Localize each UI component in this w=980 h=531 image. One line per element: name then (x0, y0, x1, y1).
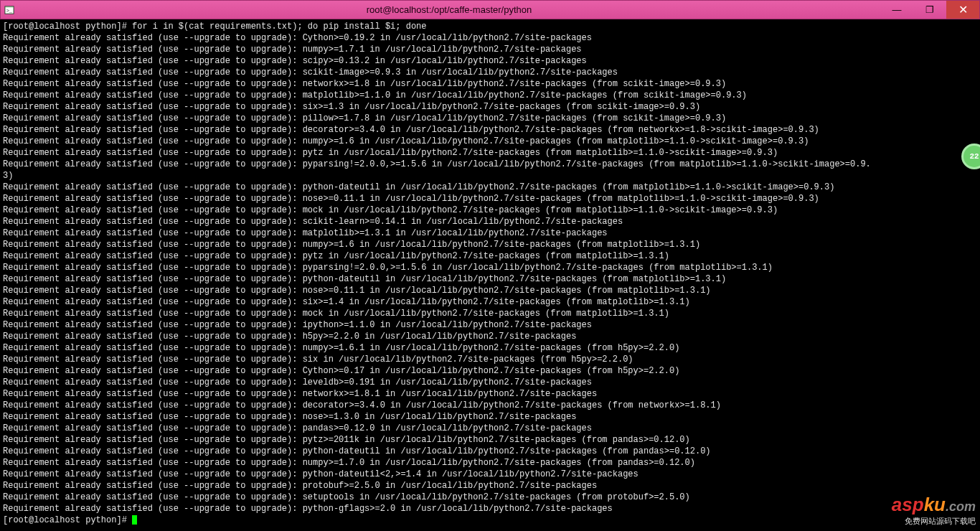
terminal-line: Requirement already satisfied (use --upg… (3, 411, 977, 423)
terminal-line: Requirement already satisfied (use --upg… (3, 147, 977, 159)
terminal-line: Requirement already satisfied (use --upg… (3, 182, 977, 193)
terminal-line: Requirement already satisfied (use --upg… (3, 262, 977, 273)
terminal-line: Requirement already satisfied (use --upg… (3, 296, 977, 308)
watermark: aspku.com 免费网站源码下载吧 (892, 494, 976, 527)
window-buttons: — ❐ ✕ (880, 1, 979, 19)
terminal-line: Requirement already satisfied (use --upg… (3, 159, 977, 170)
terminal-line: Requirement already satisfied (use --upg… (3, 250, 977, 262)
terminal-line: Requirement already satisfied (use --upg… (3, 308, 977, 319)
terminal-line: Requirement already satisfied (use --upg… (3, 124, 977, 136)
minimize-button[interactable]: — (880, 1, 913, 19)
terminal-line: Requirement already satisfied (use --upg… (3, 503, 977, 514)
terminal-line: Requirement already satisfied (use --upg… (3, 434, 977, 446)
terminal-line: Requirement already satisfied (use --upg… (3, 331, 977, 342)
terminal-line: Requirement already satisfied (use --upg… (3, 388, 977, 400)
terminal-line: Requirement already satisfied (use --upg… (3, 354, 977, 365)
window-title: root@localhost:/opt/caffe-master/python (18, 4, 880, 15)
terminal-line: Requirement already satisfied (use --upg… (3, 67, 977, 78)
terminal-line: Requirement already satisfied (use --upg… (3, 239, 977, 250)
close-button[interactable]: ✕ (946, 1, 979, 19)
terminal-line: Requirement already satisfied (use --upg… (3, 205, 977, 216)
terminal-line: Requirement already satisfied (use --upg… (3, 365, 977, 377)
terminal-line: Requirement already satisfied (use --upg… (3, 90, 977, 101)
terminal-line: Requirement already satisfied (use --upg… (3, 319, 977, 331)
terminal-line: Requirement already satisfied (use --upg… (3, 44, 977, 55)
terminal-line: 3) (3, 170, 977, 182)
terminal-prompt[interactable]: [root@localhost python]# (3, 514, 977, 526)
terminal-line: Requirement already satisfied (use --upg… (3, 113, 977, 124)
terminal-line: Requirement already satisfied (use --upg… (3, 101, 977, 113)
cursor-icon (132, 515, 137, 525)
terminal-line: Requirement already satisfied (use --upg… (3, 480, 977, 492)
terminal-line: [root@localhost python]# for i in $(cat … (3, 21, 977, 32)
terminal-line: Requirement already satisfied (use --upg… (3, 377, 977, 388)
terminal-line: Requirement already satisfied (use --upg… (3, 400, 977, 411)
terminal-line: Requirement already satisfied (use --upg… (3, 136, 977, 147)
terminal-line: Requirement already satisfied (use --upg… (3, 457, 977, 469)
terminal-line: Requirement already satisfied (use --upg… (3, 492, 977, 503)
terminal-line: Requirement already satisfied (use --upg… (3, 55, 977, 67)
terminal-line: Requirement already satisfied (use --upg… (3, 78, 977, 90)
terminal-line: Requirement already satisfied (use --upg… (3, 446, 977, 457)
terminal-line: Requirement already satisfied (use --upg… (3, 273, 977, 285)
svg-text:>_: >_ (6, 7, 13, 13)
terminal-line: Requirement already satisfied (use --upg… (3, 469, 977, 480)
terminal-line: Requirement already satisfied (use --upg… (3, 216, 977, 227)
terminal-line: Requirement already satisfied (use --upg… (3, 342, 977, 354)
terminal-line: Requirement already satisfied (use --upg… (3, 227, 977, 239)
terminal-line: Requirement already satisfied (use --upg… (3, 423, 977, 434)
maximize-button[interactable]: ❐ (913, 1, 946, 19)
app-icon: >_ (1, 5, 18, 15)
window-titlebar: >_ root@localhost:/opt/caffe-master/pyth… (0, 0, 980, 19)
terminal-line: Requirement already satisfied (use --upg… (3, 285, 977, 296)
terminal-area[interactable]: [root@localhost python]# for i in $(cat … (0, 19, 980, 531)
terminal-line: Requirement already satisfied (use --upg… (3, 32, 977, 44)
terminal-line: Requirement already satisfied (use --upg… (3, 193, 977, 205)
